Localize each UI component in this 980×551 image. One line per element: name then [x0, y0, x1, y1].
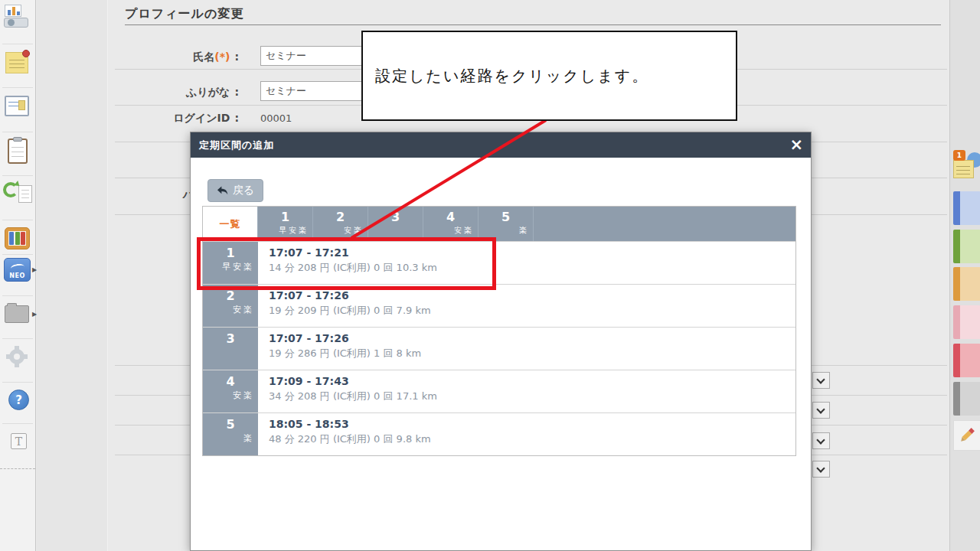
tab-route-5[interactable]: 5 楽 [479, 207, 534, 241]
left-toolbar: NEO ▶ ▶ ? T [0, 0, 36, 551]
binders-icon[interactable] [2, 225, 34, 260]
dropdown-select-stub[interactable] [812, 402, 830, 419]
notification-note-icon[interactable]: 1 [953, 151, 980, 184]
name-field-label: 氏名(*): [124, 51, 239, 64]
neo-app-icon[interactable]: NEO ▶ [2, 258, 34, 293]
sticky-note-icon[interactable] [2, 49, 34, 84]
tab-list-all[interactable]: 一覧 [203, 207, 258, 241]
tab-route-1[interactable]: 1 早安楽 [258, 207, 313, 241]
bulletin-board-icon[interactable] [2, 93, 34, 128]
route-tab-bar: 一覧 1 早安楽 2 安楽 3 4 安楽 5 楽 [203, 207, 795, 241]
chevron-down-icon [816, 464, 825, 472]
kana-field-label: ふりがな: [124, 86, 239, 99]
red-book-icon[interactable] [953, 344, 980, 377]
clipboard-icon[interactable] [2, 137, 34, 172]
gray-book-icon[interactable] [953, 382, 980, 416]
required-mark: (*) [214, 51, 230, 63]
chevron-down-icon [816, 375, 825, 383]
dropdown-select-stub[interactable] [812, 432, 830, 449]
pencil-edit-icon[interactable] [953, 420, 980, 451]
text-tool-icon[interactable]: T [2, 429, 34, 464]
blue-book-icon[interactable] [953, 191, 980, 225]
tab-route-2[interactable]: 2 安楽 [313, 207, 368, 241]
annotation-callout: 設定したい経路をクリックします。 [361, 31, 737, 121]
settings-gear-icon[interactable] [2, 344, 34, 379]
route-row-4[interactable]: 4 安楽 17:09 - 17:43 34 分 208 円 (IC利用) 0 回… [203, 370, 795, 412]
back-arrow-icon [217, 185, 229, 196]
route-table: 一覧 1 早安楽 2 安楽 3 4 安楽 5 楽 [202, 206, 796, 456]
neo-label: NEO [5, 272, 30, 279]
route-row-2[interactable]: 2 安楽 17:07 - 17:26 19 分 209 円 (IC利用) 0 回… [203, 284, 795, 327]
orange-book-icon[interactable] [953, 267, 980, 301]
dropdown-select-stub[interactable] [812, 461, 830, 478]
folder-icon[interactable]: ▶ [2, 300, 34, 335]
login-id-label: ログインID: [124, 112, 239, 126]
login-id-value: 00001 [260, 112, 292, 124]
green-book-icon[interactable] [953, 230, 980, 263]
presentation-projector-icon[interactable] [2, 5, 34, 40]
route-row-5[interactable]: 5 楽 18:05 - 18:53 48 分 220 円 (IC利用) 0 回 … [203, 412, 795, 455]
pink-book-icon[interactable] [953, 305, 980, 339]
right-toolbar: 1 [949, 0, 980, 551]
dropdown-select-stub[interactable] [812, 372, 830, 389]
route-row-3[interactable]: 3 17:07 - 17:26 19 分 286 円 (IC利用) 1 回 8 … [203, 327, 795, 370]
chevron-down-icon [816, 405, 825, 413]
back-button[interactable]: 戻る [207, 179, 263, 202]
chevron-down-icon [816, 435, 825, 444]
close-icon[interactable]: × [789, 135, 803, 155]
add-commuter-section-modal: 定期区間の追加 × 戻る 一覧 1 早安楽 2 安楽 3 4 安楽 [190, 132, 812, 551]
modal-header: 定期区間の追加 × [191, 132, 811, 158]
tab-route-3[interactable]: 3 [368, 207, 423, 241]
help-icon[interactable]: ? [2, 386, 34, 422]
route-row-1[interactable]: 1 早安楽 17:07 - 17:21 14 分 208 円 (IC利用) 0 … [203, 241, 795, 284]
tab-route-4[interactable]: 4 安楽 [423, 207, 479, 241]
notification-badge: 1 [953, 150, 965, 161]
page-gutter [37, 0, 107, 551]
title-divider [125, 24, 941, 25]
modal-title: 定期区間の追加 [199, 132, 274, 158]
sync-documents-icon[interactable] [2, 181, 34, 216]
page-title: プロフィールの変更 [125, 6, 243, 22]
